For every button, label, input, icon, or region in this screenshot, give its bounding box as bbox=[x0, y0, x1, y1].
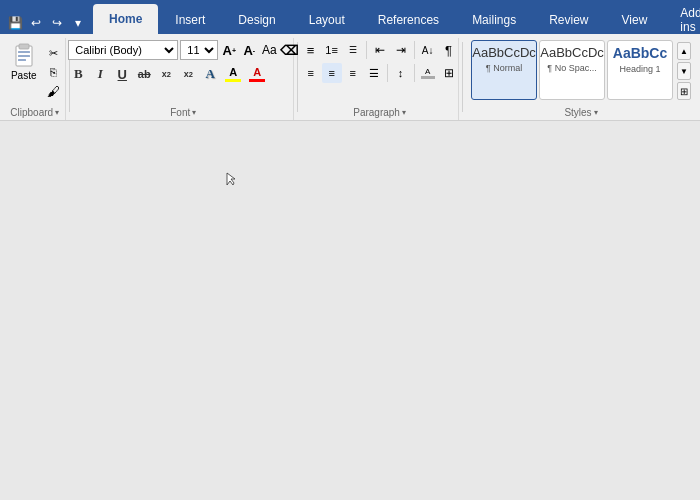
tab-view[interactable]: View bbox=[606, 6, 664, 34]
highlight-color-button[interactable]: A bbox=[222, 67, 244, 82]
numbering-button[interactable]: 1≡ bbox=[322, 40, 342, 60]
paragraph-row2: ≡ ≡ ≡ ☰ ↕ A ⊞ bbox=[301, 63, 459, 83]
style-nospacing-preview: AaBbCcDc bbox=[540, 45, 604, 61]
styles-group: AaBbCcDc ¶ Normal AaBbCcDc ¶ No Spac... … bbox=[466, 38, 696, 120]
style-no-spacing[interactable]: AaBbCcDc ¶ No Spac... bbox=[539, 40, 605, 100]
shading-color-bar bbox=[421, 76, 435, 79]
paste-icon bbox=[10, 42, 38, 70]
multilevel-list-button[interactable]: ☰ bbox=[343, 40, 363, 60]
style-heading1-preview: AaBbCc bbox=[613, 45, 667, 62]
shading-button[interactable]: A bbox=[418, 63, 438, 83]
redo-button[interactable]: ↪ bbox=[48, 14, 66, 32]
style-normal[interactable]: AaBbCcDc ¶ Normal bbox=[471, 40, 537, 100]
divider-3 bbox=[462, 42, 463, 112]
text-effects-button[interactable]: A bbox=[200, 64, 220, 84]
paragraph-expand-icon[interactable]: ▾ bbox=[402, 108, 406, 117]
line-spacing-button[interactable]: ↕ bbox=[391, 63, 411, 83]
ribbon: Paste ✂ ⎘ 🖌 Clipboard ▾ bbox=[0, 34, 700, 121]
shrink-font-button[interactable]: A- bbox=[240, 41, 258, 59]
underline-button[interactable]: U bbox=[112, 64, 132, 84]
italic-button[interactable]: I bbox=[90, 64, 110, 84]
style-heading1[interactable]: AaBbCc Heading 1 bbox=[607, 40, 673, 100]
tab-addins[interactable]: Add-ins bbox=[664, 6, 700, 34]
quick-access-toolbar: 💾 ↩ ↪ ▾ bbox=[0, 12, 93, 34]
para-divider-2 bbox=[414, 41, 415, 59]
cursor-indicator bbox=[225, 171, 227, 185]
justify-button[interactable]: ☰ bbox=[364, 63, 384, 83]
styles-scroll-up-button[interactable]: ▲ bbox=[677, 42, 691, 60]
paragraph-group: ≡ 1≡ ☰ ⇤ ⇥ A↓ ¶ ≡ ≡ ≡ bbox=[301, 38, 459, 120]
tab-bar: 💾 ↩ ↪ ▾ Home Insert Design Layout Refere… bbox=[0, 0, 700, 34]
align-right-button[interactable]: ≡ bbox=[343, 63, 363, 83]
svg-rect-2 bbox=[18, 51, 30, 53]
paste-button[interactable]: Paste bbox=[6, 40, 42, 83]
clipboard-expand-icon[interactable]: ▾ bbox=[55, 108, 59, 117]
format-painter-button[interactable]: 🖌 bbox=[44, 82, 64, 100]
tab-insert[interactable]: Insert bbox=[159, 6, 221, 34]
para-divider-1 bbox=[366, 41, 367, 59]
styles-more-button[interactable]: ⊞ bbox=[677, 82, 691, 100]
cut-button[interactable]: ✂ bbox=[44, 44, 64, 62]
styles-scroll-down-button[interactable]: ▼ bbox=[677, 62, 691, 80]
paragraph-group-label: Paragraph ▾ bbox=[301, 105, 458, 120]
font-name-row: Calibri (Body) 11 A+ A- Aa ⌫ bbox=[68, 40, 298, 60]
svg-rect-4 bbox=[18, 59, 26, 61]
font-format-row: B I U ab x2 x2 A A A bbox=[68, 64, 268, 84]
copy-button[interactable]: ⎘ bbox=[44, 63, 64, 81]
paragraph-row1: ≡ 1≡ ☰ ⇤ ⇥ A↓ ¶ bbox=[301, 40, 459, 60]
font-color-bar bbox=[249, 79, 265, 82]
svg-rect-1 bbox=[19, 44, 29, 49]
paste-label: Paste bbox=[11, 70, 37, 81]
tab-mailings[interactable]: Mailings bbox=[456, 6, 532, 34]
style-heading1-name: Heading 1 bbox=[619, 64, 660, 74]
increase-indent-button[interactable]: ⇥ bbox=[391, 40, 411, 60]
font-color-button[interactable]: A bbox=[246, 67, 268, 82]
borders-button[interactable]: ⊞ bbox=[439, 63, 459, 83]
font-group-label: Font ▾ bbox=[73, 105, 293, 120]
undo-button[interactable]: ↩ bbox=[27, 14, 45, 32]
change-case-button[interactable]: Aa bbox=[260, 41, 278, 59]
tab-references[interactable]: References bbox=[362, 6, 455, 34]
decrease-indent-button[interactable]: ⇤ bbox=[370, 40, 390, 60]
clear-formatting-button[interactable]: ⌫ bbox=[280, 41, 298, 59]
bold-button[interactable]: B bbox=[68, 64, 88, 84]
main-content bbox=[0, 121, 700, 500]
strikethrough-button[interactable]: ab bbox=[134, 64, 154, 84]
font-name-select[interactable]: Calibri (Body) bbox=[68, 40, 178, 60]
align-center-button[interactable]: ≡ bbox=[322, 63, 342, 83]
tab-design[interactable]: Design bbox=[222, 6, 291, 34]
font-group: Calibri (Body) 11 A+ A- Aa ⌫ B I bbox=[73, 38, 294, 120]
font-expand-icon[interactable]: ▾ bbox=[192, 108, 196, 117]
bullets-button[interactable]: ≡ bbox=[301, 40, 321, 60]
font-size-select[interactable]: 11 bbox=[180, 40, 218, 60]
style-nospacing-name: ¶ No Spac... bbox=[547, 63, 596, 73]
superscript-button[interactable]: x2 bbox=[178, 64, 198, 84]
styles-expand-icon[interactable]: ▾ bbox=[594, 108, 598, 117]
highlight-color-bar bbox=[225, 79, 241, 82]
grow-font-button[interactable]: A+ bbox=[220, 41, 238, 59]
styles-group-label: Styles ▾ bbox=[466, 105, 696, 120]
styles-scroll-buttons: ▲ ▼ ⊞ bbox=[677, 42, 691, 100]
document-workspace bbox=[20, 141, 680, 480]
para-divider-3 bbox=[387, 64, 388, 82]
para-divider-4 bbox=[414, 64, 415, 82]
align-left-button[interactable]: ≡ bbox=[301, 63, 321, 83]
customize-quick-access-button[interactable]: ▾ bbox=[69, 14, 87, 32]
clipboard-sub-buttons: ✂ ⎘ 🖌 bbox=[44, 44, 64, 100]
sort-button[interactable]: A↓ bbox=[418, 40, 438, 60]
show-marks-button[interactable]: ¶ bbox=[439, 40, 459, 60]
svg-rect-3 bbox=[18, 55, 30, 57]
tab-review[interactable]: Review bbox=[533, 6, 604, 34]
style-normal-name: ¶ Normal bbox=[486, 63, 522, 73]
clipboard-group-label: Clipboard ▾ bbox=[4, 105, 65, 120]
subscript-button[interactable]: x2 bbox=[156, 64, 176, 84]
save-button[interactable]: 💾 bbox=[6, 14, 24, 32]
style-normal-preview: AaBbCcDc bbox=[472, 45, 536, 61]
clipboard-group: Paste ✂ ⎘ 🖌 Clipboard ▾ bbox=[4, 38, 66, 120]
ribbon-groups: Paste ✂ ⎘ 🖌 Clipboard ▾ bbox=[4, 38, 696, 120]
tab-layout[interactable]: Layout bbox=[293, 6, 361, 34]
tab-home[interactable]: Home bbox=[93, 4, 158, 34]
